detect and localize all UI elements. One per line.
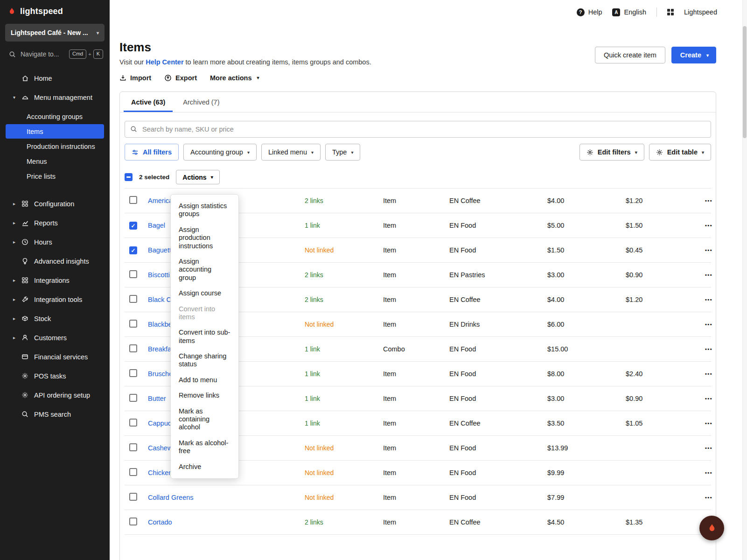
sidebar-item-pos-tasks[interactable]: POS tasks [0, 366, 110, 385]
sidebar-item-api-ordering-setup[interactable]: API ordering setup [0, 385, 110, 405]
scrollbar-track[interactable] [742, 0, 747, 560]
linked-menu-filter[interactable]: Linked menu▾ [261, 144, 321, 161]
sidebar-item-integrations[interactable]: ▸Integrations [0, 271, 110, 290]
chevron-right-icon[interactable]: ▸ [13, 278, 21, 283]
row-actions-button[interactable]: ••• [705, 322, 716, 327]
row-actions-button[interactable]: ••• [705, 445, 716, 451]
search-input[interactable] [125, 121, 711, 138]
edit-filters-button[interactable]: Edit filters▾ [579, 144, 644, 161]
row-checkbox[interactable] [129, 419, 137, 427]
menu-item-change-sharing-status[interactable]: Change sharing status [171, 349, 238, 372]
sidebar-subitem-price-lists[interactable]: Price lists [6, 169, 104, 183]
row-actions-button[interactable]: ••• [705, 247, 716, 253]
type-filter[interactable]: Type▾ [325, 144, 360, 161]
item-name-link[interactable]: Collard Greens [148, 494, 305, 501]
sidebar-item-financial-services[interactable]: Financial services [0, 347, 110, 366]
item-name-link[interactable]: Cortado [148, 518, 305, 526]
row-checkbox[interactable] [129, 295, 137, 303]
menu-item-archive[interactable]: Archive [171, 459, 238, 475]
sidebar-item-home[interactable]: Home [0, 69, 110, 88]
menu-item-assign-production-instructions[interactable]: Assign production instructions [171, 222, 238, 254]
help-center-link[interactable]: Help Center [146, 58, 183, 66]
menu-item-assign-course[interactable]: Assign course [171, 286, 238, 301]
menu-item-convert-into-sub-items[interactable]: Convert into sub-items [171, 325, 238, 349]
row-checkbox[interactable] [129, 320, 137, 328]
menu-item-mark-as-containing-alcohol[interactable]: Mark as containing alcohol [171, 404, 238, 435]
row-checkbox[interactable] [129, 270, 137, 278]
chevron-right-icon[interactable]: ▸ [13, 239, 21, 245]
sidebar-item-hours[interactable]: ▸Hours [0, 232, 110, 252]
chevron-right-icon[interactable]: ▸ [13, 316, 21, 321]
subtitle-text-2: to learn more about creating items, item… [184, 58, 371, 66]
chevron-right-icon[interactable]: ▸ [13, 335, 21, 340]
row-actions-button[interactable]: ••• [705, 223, 716, 228]
menu-item-remove-links[interactable]: Remove links [171, 388, 238, 403]
quick-create-item-button[interactable]: Quick create item [595, 47, 665, 63]
sidebar-subitem-production-instructions[interactable]: Production instructions [6, 139, 104, 154]
sidebar-item-integration-tools[interactable]: ▸Integration tools [0, 290, 110, 309]
tab-active[interactable]: Active (63) [124, 92, 173, 112]
menu-item-assign-statistics-groups[interactable]: Assign statistics groups [171, 198, 238, 222]
row-checkbox[interactable] [129, 344, 137, 352]
sidebar-item-pms-search[interactable]: PMS search [0, 405, 110, 424]
lightspeed-assistant-fab[interactable] [699, 516, 724, 540]
import-button[interactable]: Import [119, 74, 151, 82]
row-checkbox[interactable] [129, 443, 137, 451]
help-label: Help [588, 8, 602, 16]
row-checkbox[interactable] [129, 518, 137, 525]
language-menu[interactable]: A English [612, 8, 646, 16]
row-actions-button[interactable]: ••• [705, 198, 716, 203]
sidebar-subitem-accounting-groups[interactable]: Accounting groups [6, 109, 104, 124]
accounting-group-filter[interactable]: Accounting group▾ [183, 144, 257, 161]
accounting-group: EN Food [449, 469, 547, 476]
divider [656, 7, 657, 17]
tab-archived[interactable]: Archived (7) [175, 92, 227, 112]
menu-item-assign-accounting-group[interactable]: Assign accounting group [171, 254, 238, 286]
row-actions-button[interactable]: ••• [705, 371, 716, 377]
row-checkbox[interactable]: ✓ [129, 222, 137, 230]
row-actions-button[interactable]: ••• [705, 470, 716, 476]
menu-item-add-to-menu[interactable]: Add to menu [171, 372, 238, 388]
account-menu[interactable]: Lightspeed [684, 8, 717, 16]
item-price: $7.99 [547, 494, 626, 501]
scrollbar-thumb[interactable] [743, 26, 747, 138]
row-actions-button[interactable]: ••• [705, 346, 716, 352]
row-checkbox[interactable]: ✓ [129, 246, 137, 254]
sidebar-item-configuration[interactable]: ▸Configuration [0, 194, 110, 213]
links-status: Not linked [305, 321, 383, 328]
row-checkbox[interactable] [129, 394, 137, 402]
row-actions-button[interactable]: ••• [705, 396, 716, 401]
chevron-right-icon[interactable]: ▸ [13, 201, 21, 206]
row-checkbox[interactable] [129, 493, 137, 501]
sidebar-item-reports[interactable]: ▸Reports [0, 213, 110, 232]
help-menu[interactable]: ? Help [577, 8, 602, 16]
chevron-down-icon[interactable]: ▾ [13, 95, 21, 100]
tabs: Active (63) Archived (7) [120, 92, 716, 112]
row-checkbox[interactable] [129, 196, 137, 204]
chevron-right-icon[interactable]: ▸ [13, 220, 21, 225]
sidebar-subitem-items[interactable]: Items [6, 124, 104, 139]
row-actions-button[interactable]: ••• [705, 420, 716, 426]
row-actions-button[interactable]: ••• [705, 495, 716, 500]
row-checkbox[interactable] [129, 369, 137, 377]
actions-button[interactable]: Actions▾ [176, 170, 219, 184]
sidebar-item-advanced-insights[interactable]: Advanced insights [0, 252, 110, 271]
sidebar-item-stock[interactable]: ▸Stock [0, 309, 110, 328]
select-all-checkbox[interactable] [125, 173, 133, 181]
all-filters-button[interactable]: All filters [125, 144, 179, 161]
apps-grid-icon[interactable] [667, 9, 674, 15]
row-checkbox[interactable] [129, 468, 137, 476]
business-switcher[interactable]: Lightspeed Café - New ... ▾ [5, 24, 105, 42]
export-button[interactable]: Export [164, 74, 197, 82]
row-actions-button[interactable]: ••• [705, 297, 716, 302]
menu-item-mark-as-alcohol-free[interactable]: Mark as alcohol-free [171, 435, 238, 459]
edit-table-button[interactable]: Edit table▾ [649, 144, 711, 161]
sidebar-item-customers[interactable]: ▸Customers [0, 328, 110, 347]
chevron-right-icon[interactable]: ▸ [13, 297, 21, 302]
row-actions-button[interactable]: ••• [705, 272, 716, 278]
more-actions-button[interactable]: More actions ▾ [210, 74, 259, 82]
sidebar-subitem-menus[interactable]: Menus [6, 154, 104, 168]
navigate-search[interactable]: Navigate to... Cmd + K [0, 42, 110, 67]
create-button[interactable]: Create▾ [671, 47, 716, 63]
sidebar-item-menu-management[interactable]: ▾Menu management [0, 88, 110, 107]
